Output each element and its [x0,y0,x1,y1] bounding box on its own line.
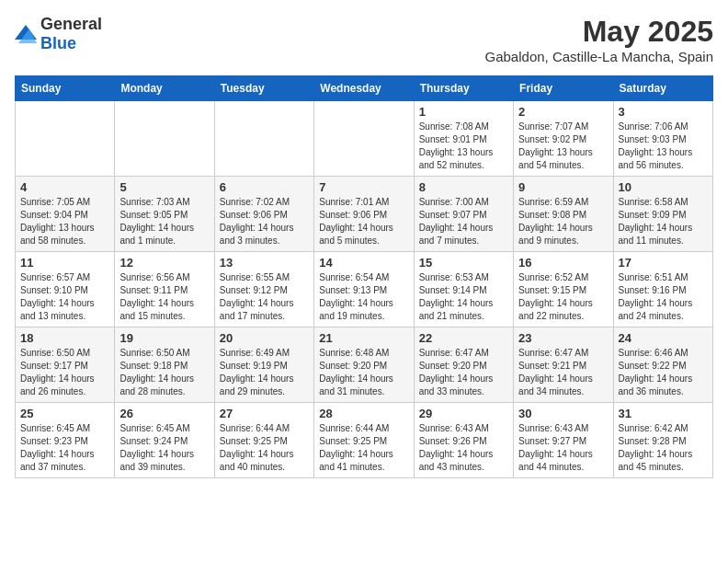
calendar-cell: 24Sunrise: 6:46 AMSunset: 9:22 PMDayligh… [613,327,712,403]
calendar-cell: 8Sunrise: 7:00 AMSunset: 9:07 PMDaylight… [414,177,513,252]
day-info: Sunrise: 7:03 AMSunset: 9:05 PMDaylight:… [119,196,209,247]
day-number: 12 [119,256,209,270]
calendar-cell: 23Sunrise: 6:47 AMSunset: 9:21 PMDayligh… [514,327,613,403]
day-info: Sunrise: 6:57 AMSunset: 9:10 PMDaylight:… [20,271,109,323]
calendar-cell: 9Sunrise: 6:59 AMSunset: 9:08 PMDaylight… [514,177,613,252]
calendar-cell: 25Sunrise: 6:45 AMSunset: 9:23 PMDayligh… [16,403,115,478]
calendar-cell: 10Sunrise: 6:58 AMSunset: 9:09 PMDayligh… [613,177,712,252]
calendar-cell: 15Sunrise: 6:53 AMSunset: 9:14 PMDayligh… [414,252,513,327]
day-info: Sunrise: 6:44 AMSunset: 9:25 PMDaylight:… [220,422,309,474]
calendar-cell: 2Sunrise: 7:07 AMSunset: 9:02 PMDaylight… [514,101,613,177]
day-info: Sunrise: 6:42 AMSunset: 9:28 PMDaylight:… [619,422,708,474]
day-number: 18 [20,331,109,345]
day-info: Sunrise: 7:05 AMSunset: 9:04 PMDaylight:… [20,196,109,247]
day-info: Sunrise: 7:07 AMSunset: 9:02 PMDaylight:… [518,121,608,172]
week-row-3: 11Sunrise: 6:57 AMSunset: 9:10 PMDayligh… [16,252,713,327]
day-number: 26 [119,407,209,420]
day-number: 2 [518,105,608,119]
calendar-cell [16,101,115,177]
day-number: 23 [518,331,608,345]
day-number: 27 [220,407,309,420]
calendar-cell: 4Sunrise: 7:05 AMSunset: 9:04 PMDaylight… [16,177,115,252]
calendar-cell: 20Sunrise: 6:49 AMSunset: 9:19 PMDayligh… [214,327,313,403]
day-number: 17 [619,256,708,270]
day-number: 24 [619,331,708,345]
week-row-2: 4Sunrise: 7:05 AMSunset: 9:04 PMDaylight… [16,177,713,252]
header: General Blue May 2025 Gabaldon, Castille… [15,15,713,64]
day-info: Sunrise: 7:06 AMSunset: 9:03 PMDaylight:… [619,121,708,172]
day-number: 3 [619,105,708,119]
title-section: May 2025 Gabaldon, Castille-La Mancha, S… [485,15,713,64]
day-number: 20 [220,331,309,345]
calendar-cell [314,101,414,177]
day-header-thursday: Thursday [414,76,513,101]
calendar-cell: 19Sunrise: 6:50 AMSunset: 9:18 PMDayligh… [115,327,214,403]
day-info: Sunrise: 6:45 AMSunset: 9:24 PMDaylight:… [119,422,209,474]
day-header-sunday: Sunday [16,76,115,101]
calendar-cell: 22Sunrise: 6:47 AMSunset: 9:20 PMDayligh… [414,327,513,403]
calendar-cell: 14Sunrise: 6:54 AMSunset: 9:13 PMDayligh… [314,252,414,327]
day-number: 9 [518,180,608,194]
day-number: 8 [419,180,508,194]
day-info: Sunrise: 6:58 AMSunset: 9:09 PMDaylight:… [619,196,708,247]
calendar-cell: 1Sunrise: 7:08 AMSunset: 9:01 PMDaylight… [414,101,513,177]
week-row-5: 25Sunrise: 6:45 AMSunset: 9:23 PMDayligh… [16,403,713,478]
day-info: Sunrise: 6:56 AMSunset: 9:11 PMDaylight:… [119,271,209,323]
calendar-cell: 7Sunrise: 7:01 AMSunset: 9:06 PMDaylight… [314,177,414,252]
day-info: Sunrise: 6:47 AMSunset: 9:20 PMDaylight:… [419,347,508,398]
day-number: 15 [419,256,508,270]
day-number: 5 [119,180,209,194]
day-info: Sunrise: 6:49 AMSunset: 9:19 PMDaylight:… [220,347,309,398]
day-number: 14 [319,256,408,270]
day-info: Sunrise: 7:00 AMSunset: 9:07 PMDaylight:… [419,196,508,247]
day-number: 19 [119,331,209,345]
day-info: Sunrise: 6:53 AMSunset: 9:14 PMDaylight:… [419,271,508,323]
calendar-cell: 30Sunrise: 6:43 AMSunset: 9:27 PMDayligh… [514,403,613,478]
day-info: Sunrise: 7:02 AMSunset: 9:06 PMDaylight:… [220,196,309,247]
logo-blue: Blue [40,34,76,52]
day-number: 6 [220,180,309,194]
day-info: Sunrise: 6:50 AMSunset: 9:18 PMDaylight:… [119,347,209,398]
calendar-cell: 29Sunrise: 6:43 AMSunset: 9:26 PMDayligh… [414,403,513,478]
calendar-cell [115,101,214,177]
day-header-tuesday: Tuesday [214,76,313,101]
day-header-wednesday: Wednesday [314,76,414,101]
day-header-saturday: Saturday [613,76,712,101]
calendar-cell: 3Sunrise: 7:06 AMSunset: 9:03 PMDaylight… [613,101,712,177]
calendar-cell: 27Sunrise: 6:44 AMSunset: 9:25 PMDayligh… [214,403,313,478]
logo: General Blue [15,15,102,53]
week-row-1: 1Sunrise: 7:08 AMSunset: 9:01 PMDaylight… [16,101,713,177]
week-row-4: 18Sunrise: 6:50 AMSunset: 9:17 PMDayligh… [16,327,713,403]
logo-icon [15,25,37,43]
day-number: 29 [419,407,508,420]
subtitle: Gabaldon, Castille-La Mancha, Spain [485,49,713,64]
day-info: Sunrise: 6:43 AMSunset: 9:27 PMDaylight:… [518,422,608,474]
day-number: 16 [518,256,608,270]
day-number: 21 [319,331,408,345]
day-number: 22 [419,331,508,345]
day-number: 11 [20,256,109,270]
day-info: Sunrise: 7:08 AMSunset: 9:01 PMDaylight:… [419,121,508,172]
calendar-cell: 26Sunrise: 6:45 AMSunset: 9:24 PMDayligh… [115,403,214,478]
day-number: 28 [319,407,408,420]
logo-general: General [40,15,102,33]
days-header-row: SundayMondayTuesdayWednesdayThursdayFrid… [16,76,713,101]
day-info: Sunrise: 6:59 AMSunset: 9:08 PMDaylight:… [518,196,608,247]
day-info: Sunrise: 6:54 AMSunset: 9:13 PMDaylight:… [319,271,408,323]
day-number: 7 [319,180,408,194]
day-header-friday: Friday [514,76,613,101]
day-number: 4 [20,180,109,194]
day-number: 31 [619,407,708,420]
day-info: Sunrise: 6:48 AMSunset: 9:20 PMDaylight:… [319,347,408,398]
day-info: Sunrise: 6:46 AMSunset: 9:22 PMDaylight:… [619,347,708,398]
day-number: 1 [419,105,508,119]
day-info: Sunrise: 6:43 AMSunset: 9:26 PMDaylight:… [419,422,508,474]
day-info: Sunrise: 6:55 AMSunset: 9:12 PMDaylight:… [220,271,309,323]
calendar-cell: 5Sunrise: 7:03 AMSunset: 9:05 PMDaylight… [115,177,214,252]
day-number: 25 [20,407,109,420]
calendar-cell: 18Sunrise: 6:50 AMSunset: 9:17 PMDayligh… [16,327,115,403]
calendar-cell: 13Sunrise: 6:55 AMSunset: 9:12 PMDayligh… [214,252,313,327]
day-info: Sunrise: 6:52 AMSunset: 9:15 PMDaylight:… [518,271,608,323]
calendar-cell: 31Sunrise: 6:42 AMSunset: 9:28 PMDayligh… [613,403,712,478]
calendar-table: SundayMondayTuesdayWednesdayThursdayFrid… [15,75,713,478]
